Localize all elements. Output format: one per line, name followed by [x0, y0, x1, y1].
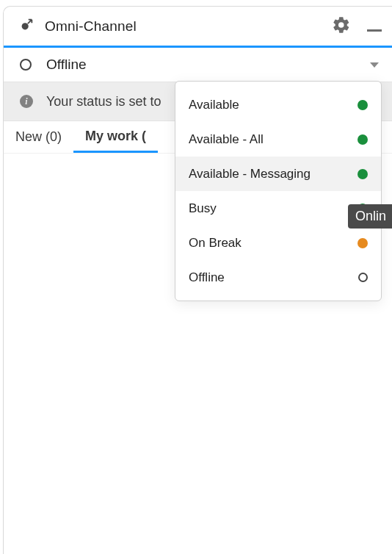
chevron-down-icon: [370, 62, 379, 68]
status-info-message: Your status is set to: [46, 94, 161, 109]
status-option-available-all[interactable]: Available - All: [175, 122, 381, 157]
status-option-available-messaging[interactable]: Available - Messaging: [175, 157, 381, 191]
status-option-label: Available - Messaging: [189, 167, 311, 181]
status-dot-hollow-icon: [358, 273, 368, 282]
status-indicator-offline-icon: [20, 59, 32, 71]
status-dot-green-icon: [357, 169, 368, 179]
svg-point-0: [22, 23, 29, 29]
status-dot-green-icon: [357, 134, 368, 145]
omni-channel-icon: [18, 17, 35, 36]
status-option-on-break[interactable]: On Break: [175, 226, 381, 260]
status-option-available[interactable]: Available: [175, 87, 381, 122]
status-option-offline[interactable]: Offline: [175, 260, 381, 295]
status-option-label: Available - All: [189, 132, 264, 147]
status-dot-orange-icon: [357, 238, 368, 248]
status-selector[interactable]: Offline: [4, 48, 392, 82]
status-current-label: Offline: [46, 57, 87, 73]
gear-icon[interactable]: [332, 15, 351, 37]
info-icon: i: [20, 95, 33, 108]
status-tooltip: Onlin: [348, 204, 392, 229]
tab-my-work[interactable]: My work (: [73, 121, 158, 153]
status-option-label: On Break: [189, 236, 242, 251]
status-dropdown: Available Available - All Available - Me…: [175, 81, 382, 301]
tab-new[interactable]: New (0): [4, 121, 73, 153]
panel-header: Omni-Channel: [4, 7, 392, 48]
status-option-label: Offline: [189, 270, 225, 285]
minimize-button[interactable]: [367, 29, 382, 32]
panel-title: Omni-Channel: [45, 18, 137, 35]
status-option-label: Available: [189, 98, 239, 112]
status-option-label: Busy: [189, 201, 217, 216]
status-dot-green-icon: [357, 100, 368, 110]
